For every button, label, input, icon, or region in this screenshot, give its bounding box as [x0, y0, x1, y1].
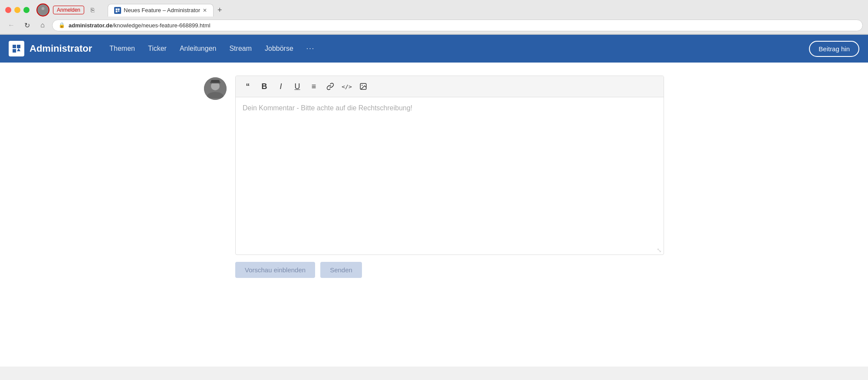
send-button[interactable]: Senden [320, 262, 362, 278]
address-bar-row: ← ↻ ⌂ 🔒 administrator.de/knowledge/neues… [0, 17, 868, 34]
svg-point-0 [42, 7, 45, 10]
reload-button[interactable]: ↻ [21, 19, 33, 31]
code-button[interactable]: </> [340, 79, 354, 93]
bold-button[interactable]: B [257, 79, 271, 93]
editor-toolbar: “ B I U ≡ </> [236, 76, 664, 97]
svg-point-6 [362, 85, 362, 86]
window-controls [5, 7, 30, 13]
quote-button[interactable]: “ [241, 79, 255, 93]
italic-button[interactable]: I [274, 79, 288, 93]
editor-placeholder: Dein Kommentar - Bitte achte auf die Rec… [243, 104, 412, 112]
site-logo-text: Administrator [30, 43, 92, 54]
preview-button[interactable]: Vorschau einblenden [235, 262, 315, 278]
underline-button[interactable]: U [290, 79, 304, 93]
link-button[interactable] [323, 79, 337, 93]
nav-anleitungen[interactable]: Anleitungen [180, 45, 217, 53]
beitrag-button[interactable]: Beitrag hin [809, 41, 859, 57]
close-tab-button[interactable]: ✕ [203, 7, 207, 13]
resize-icon: ⤡ [657, 247, 662, 254]
address-field[interactable]: 🔒 administrator.de/knowledge/neues-featu… [52, 20, 863, 31]
nav-themen[interactable]: Themen [109, 45, 135, 53]
new-tab-button[interactable]: + [214, 5, 225, 15]
comment-textarea[interactable]: Dein Kommentar - Bitte achte auf die Rec… [236, 97, 664, 245]
svg-rect-4 [211, 80, 220, 83]
main-content: “ B I U ≡ </> [0, 63, 868, 367]
browser-chrome: Anmelden ⎘ Neues Feature – Administrator… [0, 0, 868, 35]
comment-area: “ B I U ≡ </> [195, 76, 673, 255]
tab-title: Neues Feature – Administrator [124, 7, 200, 13]
logo-icon [9, 41, 24, 56]
url-display: administrator.de/knowledge/neues-feature… [69, 22, 210, 29]
site-nav: Administrator Themen Ticker Anleitungen … [0, 35, 868, 63]
close-window-button[interactable] [5, 7, 11, 13]
user-avatar [204, 77, 227, 100]
resize-handle[interactable]: ⤡ [236, 245, 664, 254]
home-button[interactable]: ⌂ [36, 19, 49, 31]
minimize-window-button[interactable] [14, 7, 20, 13]
nav-more-button[interactable]: ··· [306, 45, 315, 53]
title-bar: Anmelden ⎘ Neues Feature – Administrator… [0, 0, 868, 17]
nav-ticker[interactable]: Ticker [148, 45, 167, 53]
nav-links: Themen Ticker Anleitungen Stream Jobbörs… [109, 45, 315, 53]
anmelden-button[interactable]: Anmelden [53, 6, 84, 14]
active-tab[interactable]: Neues Feature – Administrator ✕ [108, 4, 214, 17]
maximize-window-button[interactable] [23, 7, 30, 13]
tab-favicon [114, 7, 121, 14]
comment-editor-container: “ B I U ≡ </> [235, 76, 664, 255]
tabs-row: Neues Feature – Administrator ✕ + [102, 4, 230, 17]
back-button[interactable]: ← [5, 19, 17, 31]
lock-icon: 🔒 [59, 22, 65, 28]
comment-actions: Vorschau einblenden Senden [195, 262, 673, 278]
copy-tab-button[interactable]: ⎘ [88, 5, 97, 15]
avatar-column [204, 76, 227, 255]
nav-jobboerse[interactable]: Jobbörse [265, 45, 293, 53]
nav-stream[interactable]: Stream [229, 45, 252, 53]
image-button[interactable] [356, 79, 370, 93]
site-logo[interactable]: Administrator [9, 41, 92, 56]
user-avatar-tab[interactable] [36, 3, 49, 17]
list-button[interactable]: ≡ [307, 79, 321, 93]
